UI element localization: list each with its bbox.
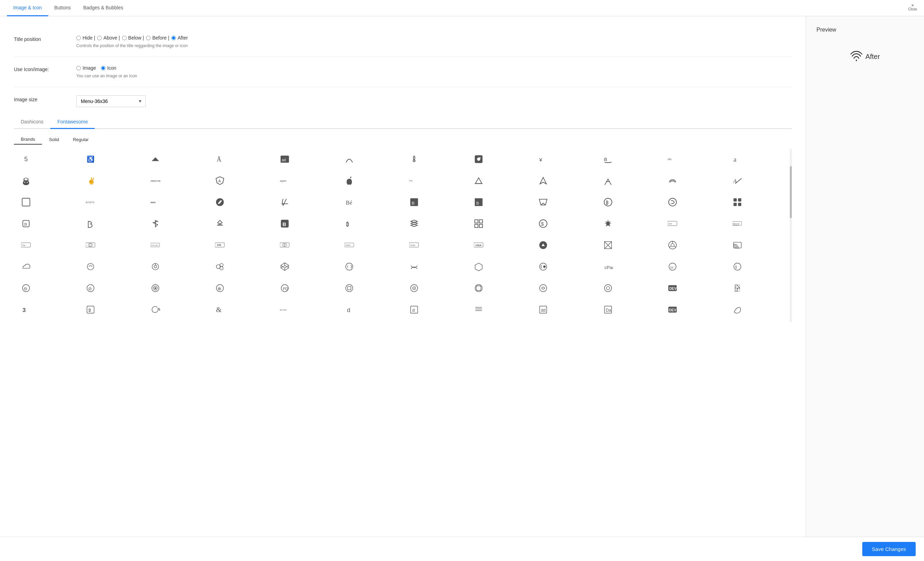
icon-cc-diners-club[interactable] <box>78 235 103 256</box>
icon-digg[interactable]: digg <box>143 321 168 322</box>
regular-tab[interactable]: Regular <box>66 135 96 145</box>
icon-draft2digital[interactable] <box>531 321 555 322</box>
icon-cpanel[interactable]: cc <box>660 256 685 277</box>
icon-dribble-square[interactable] <box>660 321 685 322</box>
save-changes-button[interactable]: Save Changes <box>862 542 916 556</box>
icon-css3-alt[interactable]: 3 <box>14 299 38 320</box>
title-pos-before[interactable]: Before | <box>146 35 169 40</box>
icon-accusoft[interactable] <box>143 149 168 169</box>
solid-tab[interactable]: Solid <box>42 135 66 145</box>
icon-docker[interactable] <box>466 321 491 322</box>
tab-badges-bubbles[interactable]: Badges & Bubbles <box>77 0 129 16</box>
icon-audible[interactable] <box>660 170 685 191</box>
icon-adversal[interactable]: ad <box>273 149 297 169</box>
icon-artstation[interactable] <box>466 170 491 191</box>
icon-dribble[interactable] <box>596 321 620 322</box>
icon-connectdevelop[interactable] <box>466 256 491 277</box>
icon-apper[interactable]: apper <box>273 170 297 191</box>
icon-amazon-pay[interactable]: pay <box>660 149 685 169</box>
icon-500px[interactable]: 5 <box>14 149 38 169</box>
icon-discord[interactable] <box>273 321 297 322</box>
icon-cloudsmith[interactable] <box>143 256 168 277</box>
icon-buffer[interactable] <box>402 213 426 234</box>
icon-chromecast[interactable] <box>725 235 750 256</box>
tab-buttons[interactable]: Buttons <box>48 0 77 16</box>
icon-cloudscale[interactable] <box>78 256 103 277</box>
image-size-select[interactable]: Menu-36x36 Small-24x24 Medium-48x48 Larg… <box>76 95 146 107</box>
icon-apple-pay[interactable]: Pay <box>402 170 426 191</box>
icon-algolia[interactable] <box>466 149 491 169</box>
icon-aviato[interactable]: AVIATO <box>78 192 103 212</box>
option-image[interactable]: Image <box>76 65 96 71</box>
icon-cc-amazon-pay[interactable]: pay <box>660 213 685 234</box>
icon-delicious[interactable] <box>466 278 491 299</box>
icon-buysellads[interactable]: $ <box>531 213 555 234</box>
icon-bandcamp[interactable] <box>208 192 232 212</box>
icon-atlassian[interactable] <box>596 170 620 191</box>
icon-bitcoin[interactable]: ₿ <box>596 192 620 212</box>
tab-image-icon[interactable]: Image & Icon <box>7 0 48 16</box>
icon-canadian-maple-leaf[interactable] <box>596 213 620 234</box>
icon-deskpro[interactable] <box>596 278 620 299</box>
icon-behance-square[interactable]: B <box>402 192 426 212</box>
icon-creative-commons[interactable]: ℹ <box>725 256 750 277</box>
icon-dropbox[interactable] <box>725 321 750 322</box>
icon-btc[interactable]: ₿ <box>337 213 362 234</box>
scrollbar-thumb[interactable] <box>790 166 792 218</box>
icon-bluetooth[interactable] <box>143 213 168 234</box>
icon-amazon[interactable]: a <box>596 149 620 169</box>
icon-bity[interactable] <box>660 192 685 212</box>
icon-cloudflare[interactable] <box>14 256 38 277</box>
title-pos-hide[interactable]: Hide | <box>76 35 95 40</box>
icon-adn[interactable]: Ā <box>208 149 232 169</box>
icon-cc-amex[interactable]: AMERICANEXPRESS <box>725 213 750 234</box>
icon-bitbucket[interactable] <box>531 192 555 212</box>
icon-angular[interactable]: A <box>208 170 232 191</box>
icon-d-and-d[interactable]: ⊕ <box>208 278 232 299</box>
icon-avianex[interactable] <box>14 192 38 212</box>
icon-dev-to[interactable]: DEV <box>660 299 685 320</box>
icon-apple[interactable] <box>337 170 362 191</box>
dashicons-tab[interactable]: Dashicons <box>14 115 50 129</box>
icon-android[interactable] <box>14 170 38 191</box>
icon-diaspora[interactable] <box>78 321 103 322</box>
icon-contao[interactable] <box>531 256 555 277</box>
icon-alipay[interactable]: ¥ <box>531 149 555 169</box>
icon-autoprefixer[interactable]: A <box>725 170 750 191</box>
icon-dev[interactable]: DEV <box>660 278 685 299</box>
icon-angry-creative[interactable]: ANGRY CREATIVE <box>143 170 168 191</box>
title-pos-below[interactable]: Below | <box>122 35 144 40</box>
icon-cc-jcb[interactable]: JCB <box>208 235 232 256</box>
icon-bluetooth-b[interactable] <box>208 213 232 234</box>
icon-discourse[interactable] <box>337 321 362 322</box>
icon-codepen[interactable] <box>273 256 297 277</box>
title-pos-above[interactable]: Above | <box>97 35 120 40</box>
icon-blackberry[interactable] <box>725 192 750 212</box>
icon-dhl[interactable]: DHL <box>14 321 38 322</box>
icon-centos[interactable] <box>596 235 620 256</box>
icon-cotton-bureau[interactable]: cPanel <box>596 256 620 277</box>
icon-asymmetrik[interactable] <box>531 170 555 191</box>
icon-bootstrap[interactable]: B <box>273 213 297 234</box>
fontawesome-tab[interactable]: Fontawesome <box>50 115 95 129</box>
icon-cc-stripe[interactable]: stripe <box>402 235 426 256</box>
icon-css3[interactable]: ⊘ <box>78 278 103 299</box>
icon-deviantart[interactable] <box>725 278 750 299</box>
icon-affiliatetheme[interactable] <box>337 149 362 169</box>
icon-deploydog[interactable] <box>531 278 555 299</box>
icon-cc-discover[interactable]: DISCOVER <box>143 235 168 256</box>
icon-cc-paypal[interactable]: PayPal <box>337 235 362 256</box>
icon-deskpro-sq[interactable]: dd <box>531 299 555 320</box>
icon-critical-role[interactable]: ⊖ <box>14 278 38 299</box>
icon-deviantart-sq[interactable]: Da <box>596 299 620 320</box>
scrollbar-track[interactable] <box>790 149 792 322</box>
icon-cuttlefish[interactable] <box>143 278 168 299</box>
icon-beyond[interactable]: BEY0ND <box>273 299 297 320</box>
icon-aws[interactable]: aws <box>143 192 168 212</box>
icon-blogger-b[interactable] <box>78 213 103 234</box>
icon-cloudversify[interactable] <box>208 256 232 277</box>
icon-css-3[interactable]: 3 <box>78 299 103 320</box>
icon-devfolio[interactable] <box>725 299 750 320</box>
icon-digital-ocean[interactable] <box>208 321 232 322</box>
icon-bimobject[interactable]: b <box>466 192 491 212</box>
